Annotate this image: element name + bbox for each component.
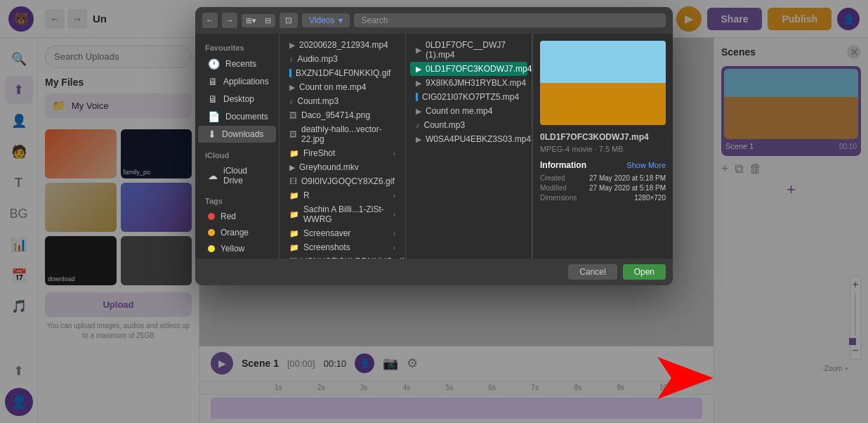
file-item-5[interactable]: 🖼Daco_954714.png bbox=[284, 108, 401, 122]
right-file-icon-1: ▶ bbox=[416, 65, 421, 74]
right-file-item-2[interactable]: ▶9X8IK6JMH31RYBLX.mp4 bbox=[410, 76, 527, 90]
file-name-14: VCNHCFiGKLRRMUVQ.gif bbox=[301, 256, 404, 259]
picker-location-button[interactable]: ⊡ bbox=[280, 13, 298, 28]
right-file-name-5: Count.mp3 bbox=[424, 120, 466, 130]
right-file-item-6[interactable]: ▶W0SA4PU4EBKZ3S03.mp4 bbox=[410, 132, 527, 146]
right-file-item-0[interactable]: ▶0LD1F7OFC__DWJ7 (1).mp4 bbox=[410, 38, 527, 62]
right-file-name-4: Count on me.mp4 bbox=[426, 106, 492, 116]
picker-back-button[interactable]: ← bbox=[202, 13, 218, 28]
file-name-6: deathly-hallo...vector-22.jpg bbox=[301, 124, 395, 144]
picker-preview: 0LD1F7OFC3KODWJ7.mp4 MPEG-4 movie · 7.5 … bbox=[532, 34, 673, 259]
picker-downloads-item[interactable]: ⬇ Downloads bbox=[198, 126, 276, 143]
picker-footer: Cancel Open bbox=[195, 259, 673, 285]
preview-type: MPEG-4 movie · 7.5 MB bbox=[540, 145, 666, 153]
file-item-3[interactable]: ▶Count on me.mp4 bbox=[284, 80, 401, 94]
picker-search-input[interactable] bbox=[354, 13, 666, 27]
preview-dimensions-row: Dimensions 1280×720 bbox=[540, 194, 666, 202]
svg-marker-0 bbox=[657, 357, 714, 399]
file-item-9[interactable]: 🎞O9I0IVJGOQCY8XZ6.gif bbox=[284, 174, 401, 188]
chevron-13: › bbox=[393, 244, 395, 252]
picker-open-button[interactable]: Open bbox=[623, 264, 666, 280]
picker-cancel-button[interactable]: Cancel bbox=[568, 264, 617, 280]
picker-tag-yellow[interactable]: Yellow bbox=[198, 241, 276, 256]
file-item-12[interactable]: 📁Screensaver› bbox=[284, 226, 401, 240]
file-name-8: Greyhound.mkv bbox=[299, 162, 359, 172]
preview-filename: 0LD1F7OFC3KODWJ7.mp4 bbox=[540, 132, 666, 142]
chevron-11: › bbox=[393, 211, 395, 219]
file-picker-overlay: ← → ⊞▾ ⊟ ⊡ Videos ▾ Favourites 🕐 Recents bbox=[0, 0, 868, 423]
right-file-item-5[interactable]: ♪Count.mp3 bbox=[410, 118, 527, 132]
file-name-4: Count.mp3 bbox=[298, 96, 339, 106]
file-name-7: FireShot bbox=[303, 148, 335, 158]
file-icon-8: ▶ bbox=[289, 163, 295, 172]
chevron-12: › bbox=[393, 230, 395, 237]
file-item-1[interactable]: ♪Audio.mp3 bbox=[284, 52, 401, 66]
file-item-2[interactable]: BXZN1DF4LF0NKKIQ.gif bbox=[284, 66, 401, 80]
file-name-12: Screensaver bbox=[303, 228, 350, 238]
picker-body: Favourites 🕐 Recents 🖥 Applications 🖥 De… bbox=[195, 34, 673, 259]
picker-grid-view-button[interactable]: ⊞▾ bbox=[242, 14, 261, 27]
file-icon-3: ▶ bbox=[289, 83, 295, 92]
desktop-icon: 🖥 bbox=[208, 93, 218, 105]
picker-applications-item[interactable]: 🖥 Applications bbox=[198, 73, 276, 90]
picker-tag-green[interactable]: Green bbox=[198, 257, 276, 259]
file-icon-1: ♪ bbox=[289, 55, 294, 63]
file-icon-4: ♪ bbox=[289, 97, 294, 105]
picker-icloud-drive-item[interactable]: ☁ iCloud Drive bbox=[198, 163, 276, 188]
file-name-2: BXZN1DF4LF0NKKIQ.gif bbox=[296, 68, 390, 78]
right-file-item-1[interactable]: ▶0LD1F7OFC3KODWJ7.mp4 bbox=[410, 62, 527, 76]
file-icon-13: 📁 bbox=[289, 243, 299, 252]
right-file-name-1: 0LD1F7OFC3KODWJ7.mp4 bbox=[426, 64, 532, 74]
preview-modified-row: Modified 27 May 2020 at 5:18 PM bbox=[540, 184, 666, 192]
documents-icon: 📄 bbox=[208, 111, 220, 122]
picker-applications-label: Applications bbox=[223, 77, 269, 86]
picker-favourites-label: Favourites bbox=[195, 41, 279, 55]
file-bar-2 bbox=[289, 69, 291, 77]
file-item-13[interactable]: 📁Screenshots› bbox=[284, 240, 401, 254]
red-dot bbox=[208, 213, 215, 220]
file-item-8[interactable]: ▶Greyhound.mkv bbox=[284, 160, 401, 174]
picker-tag-red[interactable]: Red bbox=[198, 209, 276, 224]
picker-footer-buttons: Cancel Open bbox=[568, 264, 666, 280]
picker-documents-label: Documents bbox=[225, 112, 268, 122]
picker-column-view-button[interactable]: ⊟ bbox=[261, 14, 275, 27]
right-file-icon-4: ▶ bbox=[416, 107, 421, 116]
chevron-10: › bbox=[393, 192, 395, 200]
file-name-0: 20200628_212934.mp4 bbox=[299, 40, 388, 50]
file-item-11[interactable]: 📁Sachin A Billi...1-ZiSt-WWRG› bbox=[284, 202, 401, 226]
orange-dot bbox=[208, 229, 215, 236]
picker-tag-orange[interactable]: Orange bbox=[198, 225, 276, 240]
picker-downloads-label: Downloads bbox=[222, 129, 263, 139]
file-icon-11: 📁 bbox=[289, 210, 299, 219]
preview-info-header: Information Show More bbox=[540, 160, 666, 170]
picker-toolbar: ← → ⊞▾ ⊟ ⊡ Videos ▾ bbox=[195, 7, 673, 34]
picker-tag-yellow-label: Yellow bbox=[221, 244, 244, 254]
picker-sidebar: Favourites 🕐 Recents 🖥 Applications 🖥 De… bbox=[195, 34, 280, 259]
picker-forward-button[interactable]: → bbox=[222, 13, 237, 28]
picker-recents-item[interactable]: 🕐 Recents bbox=[198, 56, 276, 72]
preview-show-more-button[interactable]: Show More bbox=[626, 161, 666, 169]
right-file-bar-3 bbox=[416, 93, 418, 101]
file-name-11: Sachin A Billi...1-ZiSt-WWRG bbox=[303, 204, 389, 224]
preview-thumbnail bbox=[540, 41, 666, 125]
preview-created-label: Created bbox=[540, 174, 565, 182]
right-file-item-4[interactable]: ▶Count on me.mp4 bbox=[410, 104, 527, 118]
file-icon-0: ▶ bbox=[289, 41, 295, 50]
right-file-icon-6: ▶ bbox=[416, 135, 421, 144]
right-file-icon-2: ▶ bbox=[416, 79, 421, 88]
picker-main: ▶20200628_212934.mp4 ♪Audio.mp3 BXZN1DF4… bbox=[280, 34, 673, 259]
file-item-4[interactable]: ♪Count.mp3 bbox=[284, 94, 401, 108]
file-name-13: Screenshots bbox=[303, 242, 350, 252]
file-item-0[interactable]: ▶20200628_212934.mp4 bbox=[284, 38, 401, 52]
picker-documents-item[interactable]: 📄 Documents bbox=[198, 108, 276, 125]
file-item-7[interactable]: 📁FireShot› bbox=[284, 146, 401, 160]
picker-desktop-item[interactable]: 🖥 Desktop bbox=[198, 91, 276, 108]
file-item-10[interactable]: 📁R› bbox=[284, 188, 401, 202]
file-name-3: Count on me.mp4 bbox=[299, 82, 366, 92]
file-item-6[interactable]: 🖼deathly-hallo...vector-22.jpg bbox=[284, 122, 401, 146]
downloads-icon: ⬇ bbox=[208, 129, 216, 140]
right-file-item-3[interactable]: CIG021I07KO7PTZ5.mp4 bbox=[410, 90, 527, 104]
file-item-14[interactable]: 🎞VCNHCFiGKLRRMUVQ.gif bbox=[284, 254, 401, 259]
preview-info-title: Information bbox=[540, 160, 586, 170]
picker-file-list-left: ▶20200628_212934.mp4 ♪Audio.mp3 BXZN1DF4… bbox=[280, 34, 406, 259]
